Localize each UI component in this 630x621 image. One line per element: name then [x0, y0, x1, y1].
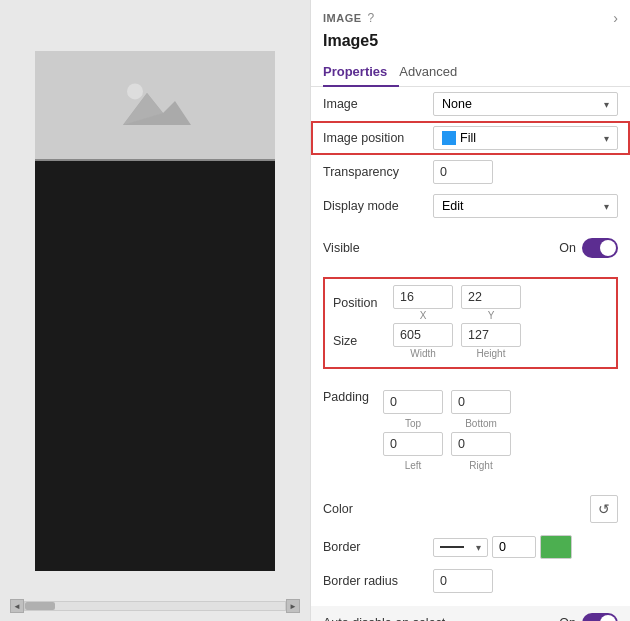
padding-top-label: Top [383, 418, 443, 429]
fill-icon [442, 131, 456, 145]
image-select-caret: ▾ [604, 99, 609, 110]
transparency-row: Transparency [311, 155, 630, 189]
padding-bottom-label: Bottom [451, 418, 511, 429]
tab-advanced[interactable]: Advanced [399, 58, 469, 87]
scroll-right-arrow[interactable]: ► [286, 599, 300, 613]
visible-toggle[interactable] [582, 238, 618, 258]
display-mode-row: Display mode Edit ▾ [311, 189, 630, 223]
color-reset-icon[interactable]: ↺ [590, 495, 618, 523]
border-value-input[interactable] [492, 536, 536, 558]
panel-header: IMAGE ? › [311, 0, 630, 30]
color-row: Color ↺ [311, 488, 630, 530]
border-style-caret: ▾ [476, 542, 481, 553]
padding-right-input[interactable] [451, 432, 511, 456]
scroll-left-arrow[interactable]: ◄ [10, 599, 24, 613]
svg-point-3 [127, 83, 143, 99]
color-label: Color [323, 502, 433, 516]
section-label: IMAGE [323, 12, 362, 24]
padding-left-input[interactable] [383, 432, 443, 456]
refresh-icon: ↺ [598, 501, 610, 517]
position-inputs: X Y [393, 285, 608, 321]
size-width-input[interactable] [393, 323, 453, 347]
tab-properties[interactable]: Properties [323, 58, 399, 87]
border-radius-label: Border radius [323, 574, 433, 588]
display-mode-select[interactable]: Edit ▾ [433, 194, 618, 218]
transparency-input[interactable] [433, 160, 493, 184]
size-width-label: Width [393, 348, 453, 359]
padding-top-input[interactable] [383, 390, 443, 414]
border-color-swatch[interactable] [540, 535, 572, 559]
border-style-select[interactable]: ▾ [433, 538, 488, 557]
mountain-svg [115, 75, 195, 135]
image-label: Image [323, 97, 433, 111]
border-row: Border ▾ [311, 530, 630, 564]
padding-left-right-row [383, 432, 511, 456]
padding-label: Padding [323, 390, 383, 404]
padding-right-label: Right [451, 460, 511, 471]
canvas-area: ◄ ► [0, 0, 310, 621]
size-height-label: Height [461, 348, 521, 359]
size-row: Size Width Height [333, 323, 608, 359]
auto-disable-row: Auto disable on select On [311, 606, 630, 621]
display-mode-select-value: Edit [442, 199, 464, 213]
image-value-container: None ▾ [433, 92, 618, 116]
auto-disable-on-label: On [559, 616, 576, 621]
padding-inputs-col: Top Bottom Left Right [383, 390, 511, 471]
scrollbar-track[interactable] [24, 601, 286, 611]
size-input-row [393, 323, 608, 347]
help-icon[interactable]: ? [368, 11, 375, 25]
image-position-select-value: Fill [460, 131, 476, 145]
color-reset-btn[interactable]: ↺ [590, 495, 618, 523]
image-position-select-content: Fill [442, 131, 476, 145]
image-position-value-container: Fill ▾ [433, 126, 618, 150]
image-select-value: None [442, 97, 472, 111]
padding-top-bottom-row [383, 390, 511, 414]
scrollbar-container: ◄ ► [10, 599, 300, 613]
padding-left-label: Left [383, 460, 443, 471]
padding-tb-labels: Top Bottom [383, 418, 511, 429]
border-radius-row: Border radius [311, 564, 630, 598]
canvas-inner [35, 51, 275, 571]
image-position-select[interactable]: Fill ▾ [433, 126, 618, 150]
size-height-input[interactable] [461, 323, 521, 347]
padding-lr-labels: Left Right [383, 460, 511, 471]
scrollbar-thumb[interactable] [25, 602, 55, 610]
image-position-row: Image position Fill ▾ [311, 121, 630, 155]
position-size-block: Position X Y Size Wi [323, 277, 618, 369]
position-y-label: Y [461, 310, 521, 321]
visible-row: Visible On [311, 231, 630, 265]
auto-disable-toggle[interactable] [582, 613, 618, 621]
position-x-input[interactable] [393, 285, 453, 309]
position-sub-labels: X Y [393, 310, 608, 321]
border-line-icon [440, 546, 464, 548]
properties-panel: IMAGE ? › Image5 Properties Advanced Ima… [310, 0, 630, 621]
display-mode-label: Display mode [323, 199, 433, 213]
expand-arrow-icon[interactable]: › [613, 10, 618, 26]
size-inputs: Width Height [393, 323, 608, 359]
size-label: Size [333, 334, 393, 348]
display-mode-value-container: Edit ▾ [433, 194, 618, 218]
panel-header-left: IMAGE ? [323, 11, 374, 25]
position-x-label: X [393, 310, 453, 321]
transparency-value-container [433, 160, 618, 184]
position-row: Position X Y [333, 285, 608, 321]
visible-label: Visible [323, 241, 433, 255]
tabs-container: Properties Advanced [311, 58, 630, 87]
border-radius-input[interactable] [433, 569, 493, 593]
position-label: Position [333, 296, 393, 310]
display-mode-select-caret: ▾ [604, 201, 609, 212]
position-y-input[interactable] [461, 285, 521, 309]
padding-section: Padding Top Bottom Left Right [311, 381, 630, 480]
border-label: Border [323, 540, 433, 554]
element-name: Image5 [311, 30, 630, 58]
size-sub-labels: Width Height [393, 348, 608, 359]
auto-disable-label: Auto disable on select [323, 616, 445, 621]
padding-row: Padding Top Bottom Left Right [323, 385, 618, 476]
image-select[interactable]: None ▾ [433, 92, 618, 116]
transparency-label: Transparency [323, 165, 433, 179]
padding-bottom-input[interactable] [451, 390, 511, 414]
image-row: Image None ▾ [311, 87, 630, 121]
visible-on-label: On [559, 241, 576, 255]
image-position-select-caret: ▾ [604, 133, 609, 144]
position-input-row [393, 285, 608, 309]
